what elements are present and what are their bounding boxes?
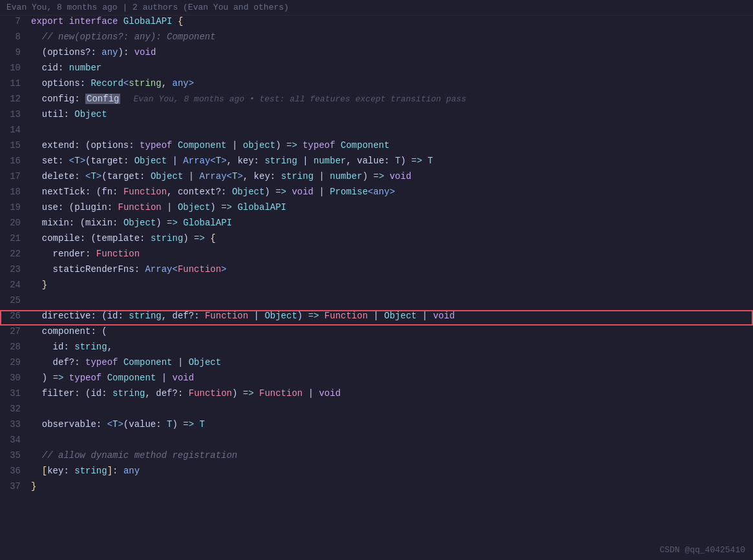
line-num-12: 12 <box>0 94 31 104</box>
line-num-26: 26 <box>0 311 31 321</box>
code-line-15: 15 extend: (options: typeof Component | … <box>0 140 753 155</box>
line-content-23: staticRenderFns: Array<Function> <box>31 264 753 275</box>
code-line-20: 20 mixin: (mixin: Object) => GlobalAPI <box>0 217 753 233</box>
line-content-17: delete: <T>(target: Object | Array<T>, k… <box>31 171 753 181</box>
line-content-26: directive: (id: string, def?: Function |… <box>31 311 753 321</box>
git-blame-header: Evan You, 8 months ago | 2 authors (Evan… <box>0 0 753 16</box>
line-content-25 <box>31 295 753 306</box>
code-line-18: 18 nextTick: (fn: Function, context?: Ob… <box>0 186 753 202</box>
line-content-14 <box>31 125 753 135</box>
code-line-28: 28 id: string, <box>0 341 753 357</box>
line-num-7: 7 <box>0 16 31 26</box>
line-content-8: // new(options?: any): Component <box>31 32 753 42</box>
code-line-24: 24 } <box>0 279 753 295</box>
line-num-31: 31 <box>0 388 31 399</box>
code-line-11: 11 options: Record<string, any> <box>0 78 753 93</box>
line-content-19: use: (plugin: Function | Object) => Glob… <box>31 202 753 213</box>
line-content-13: util: Object <box>31 109 753 119</box>
code-line-36: 36 [key: string]: any <box>0 465 753 481</box>
line-content-11: options: Record<string, any> <box>31 78 753 88</box>
code-line-13: 13 util: Object <box>0 109 753 124</box>
code-line-31: 31 filter: (id: string, def?: Function) … <box>0 388 753 403</box>
code-line-32: 32 <box>0 403 753 419</box>
code-line-26: 26 directive: (id: string, def?: Functio… <box>0 310 753 326</box>
code-line-25: 25 <box>0 295 753 310</box>
line-num-13: 13 <box>0 109 31 119</box>
line-content-10: cid: number <box>31 63 753 73</box>
line-content-37: } <box>31 481 753 492</box>
line-content-30: ) => typeof Component | void <box>31 373 753 383</box>
line-num-15: 15 <box>0 140 31 150</box>
line-content-29: def?: typeof Component | Object <box>31 357 753 368</box>
line-content-16: set: <T>(target: Object | Array<T>, key:… <box>31 156 753 166</box>
line-num-32: 32 <box>0 404 31 414</box>
line-content-22: render: Function <box>31 249 753 259</box>
code-line-7: 7 export interface GlobalAPI { <box>0 16 753 31</box>
code-editor: Evan You, 8 months ago | 2 authors (Evan… <box>0 0 753 560</box>
line-content-34 <box>31 435 753 445</box>
line-content-28: id: string, <box>31 342 753 352</box>
line-num-20: 20 <box>0 218 31 228</box>
code-line-33: 33 observable: <T>(value: T) => T <box>0 419 753 434</box>
watermark: CSDN @qq_40425410 <box>659 545 745 555</box>
line-num-28: 28 <box>0 342 31 352</box>
line-num-23: 23 <box>0 264 31 275</box>
line-num-16: 16 <box>0 156 31 166</box>
code-line-30: 30 ) => typeof Component | void <box>0 372 753 388</box>
line-content-24: } <box>31 280 753 290</box>
line-num-18: 18 <box>0 187 31 197</box>
code-line-16: 16 set: <T>(target: Object | Array<T>, k… <box>0 155 753 171</box>
line-content-20: mixin: (mixin: Object) => GlobalAPI <box>31 218 753 228</box>
line-content-36: [key: string]: any <box>31 466 753 476</box>
line-num-34: 34 <box>0 435 31 445</box>
line-num-29: 29 <box>0 357 31 368</box>
line-content-7: export interface GlobalAPI { <box>31 16 753 26</box>
line-num-11: 11 <box>0 78 31 88</box>
line-num-21: 21 <box>0 233 31 244</box>
line-num-22: 22 <box>0 249 31 259</box>
code-line-12: 12 config: ConfigEvan You, 8 months ago … <box>0 93 753 109</box>
line-content-9: (options?: any): void <box>31 47 753 57</box>
line-num-27: 27 <box>0 326 31 337</box>
code-line-8: 8 // new(options?: any): Component <box>0 31 753 47</box>
code-line-29: 29 def?: typeof Component | Object <box>0 357 753 372</box>
code-line-17: 17 delete: <T>(target: Object | Array<T>… <box>0 171 753 186</box>
line-num-14: 14 <box>0 125 31 135</box>
line-num-10: 10 <box>0 63 31 73</box>
line-num-25: 25 <box>0 295 31 306</box>
line-content-27: component: ( <box>31 326 753 337</box>
line-num-8: 8 <box>0 32 31 42</box>
line-content-35: // allow dynamic method registration <box>31 450 753 461</box>
line-content-21: compile: (template: string) => { <box>31 233 753 244</box>
line-content-12: config: ConfigEvan You, 8 months ago • t… <box>31 94 753 104</box>
line-content-31: filter: (id: string, def?: Function) => … <box>31 388 753 399</box>
line-content-33: observable: <T>(value: T) => T <box>31 419 753 430</box>
line-num-33: 33 <box>0 419 31 430</box>
line-num-35: 35 <box>0 450 31 461</box>
code-line-35: 35 // allow dynamic method registration <box>0 450 753 465</box>
line-num-37: 37 <box>0 481 31 492</box>
code-container: 7 export interface GlobalAPI { 8 // new(… <box>0 16 753 496</box>
line-num-36: 36 <box>0 466 31 476</box>
code-line-14: 14 <box>0 124 753 140</box>
line-num-30: 30 <box>0 373 31 383</box>
code-line-37: 37 } <box>0 481 753 496</box>
code-line-21: 21 compile: (template: string) => { <box>0 233 753 248</box>
line-content-18: nextTick: (fn: Function, context?: Objec… <box>31 187 753 197</box>
line-num-19: 19 <box>0 202 31 213</box>
code-line-19: 19 use: (plugin: Function | Object) => G… <box>0 202 753 217</box>
line-num-9: 9 <box>0 47 31 57</box>
code-line-22: 22 render: Function <box>0 248 753 264</box>
code-line-9: 9 (options?: any): void <box>0 47 753 62</box>
code-line-23: 23 staticRenderFns: Array<Function> <box>0 264 753 279</box>
line-num-17: 17 <box>0 171 31 181</box>
line-content-15: extend: (options: typeof Component | obj… <box>31 140 753 150</box>
code-line-27: 27 component: ( <box>0 326 753 341</box>
code-line-10: 10 cid: number <box>0 62 753 78</box>
line-num-24: 24 <box>0 280 31 290</box>
code-line-34: 34 <box>0 434 753 450</box>
line-content-32 <box>31 404 753 414</box>
